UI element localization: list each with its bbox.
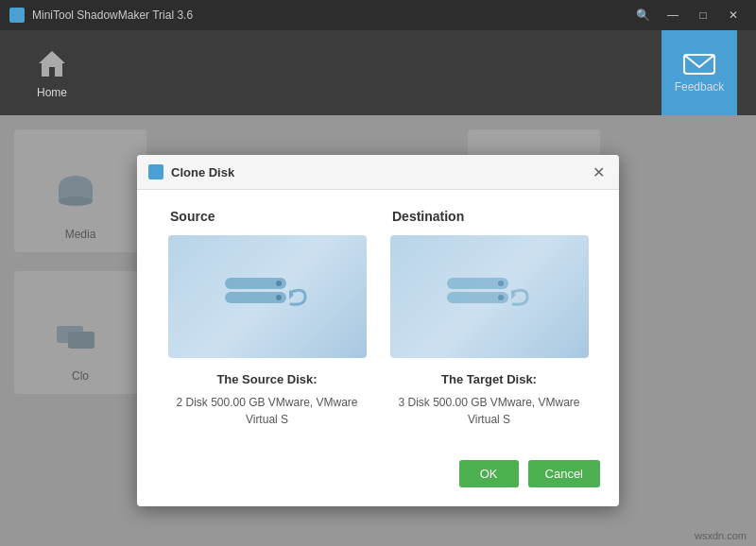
title-bar: MiniTool ShadowMaker Trial 3.6 🔍 — □ ✕ [0,0,756,30]
search-button[interactable]: 🔍 [629,6,656,25]
destination-column: Destination [387,209,591,432]
source-header: Source [165,209,215,224]
target-disk-label: The Target Disk: [441,372,537,386]
source-disk-svg [211,259,324,334]
destination-disk-svg [433,259,546,334]
feedback-nav-item[interactable]: Feedback [662,30,737,115]
dialog-close-button[interactable]: ✕ [589,162,608,181]
toolbar: Home Feedback [0,30,756,115]
dialog-icon [148,164,163,179]
destination-header: Destination [387,209,464,224]
close-button[interactable]: ✕ [720,6,747,25]
destination-disk-image[interactable] [390,235,589,358]
app-title: MiniTool ShadowMaker Trial 3.6 [32,9,193,22]
svg-point-16 [498,281,504,286]
svg-point-10 [276,295,282,300]
dialog-columns: Source [165,209,591,432]
ok-button[interactable]: OK [459,460,519,487]
source-column: Source [165,209,369,432]
dialog-body: Source [137,190,619,455]
dialog-title-bar: Clone Disk ✕ [137,155,619,190]
svg-point-9 [276,281,282,286]
cancel-button[interactable]: Cancel [528,460,600,487]
source-disk-image[interactable] [168,235,367,358]
feedback-icon [682,52,716,80]
main-content: Media Mount Clo Clone Disk [0,115,756,546]
clone-disk-dialog: Clone Disk ✕ Source [137,155,619,506]
title-bar-controls: 🔍 — □ ✕ [629,6,747,25]
title-bar-left: MiniTool ShadowMaker Trial 3.6 [9,8,193,23]
home-label: Home [37,86,67,99]
maximize-button[interactable]: □ [690,6,716,25]
dialog-title: Clone Disk [171,165,234,179]
svg-point-17 [498,295,504,300]
target-disk-info: 3 Disk 500.00 GB VMware, VMware Virtual … [387,394,591,432]
home-icon [35,46,69,80]
home-nav-item[interactable]: Home [19,38,85,109]
dialog-footer: OK Cancel [137,455,619,506]
dialog-title-left: Clone Disk [148,164,234,179]
source-disk-info: 2 Disk 500.00 GB VMware, VMware Virtual … [165,394,369,432]
minimize-button[interactable]: — [660,6,686,25]
source-disk-label: The Source Disk: [216,372,317,386]
feedback-label: Feedback [675,80,725,94]
app-icon [9,8,25,23]
